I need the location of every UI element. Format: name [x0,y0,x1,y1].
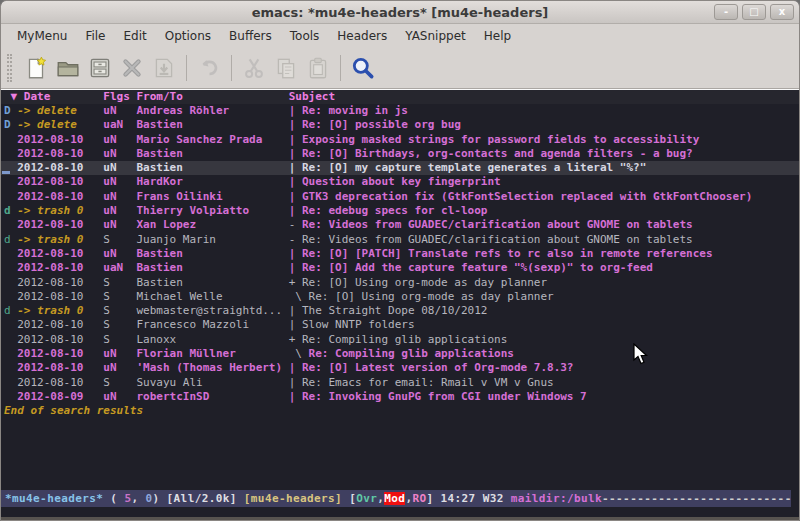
header-row[interactable]: 2012-08-10SLanoxx+Re: Compiling glib app… [1,333,799,347]
row-date: 2012-08-10 [17,290,103,304]
header-row[interactable]: D-> deleteuNAndreas Röhler|Re: moving in… [1,104,799,118]
mu4e-headers-buffer[interactable]: ▼ DateFlgsFrom/ToSubject D-> deleteuNAnd… [1,89,799,490]
window-controls: - □ x [714,4,794,20]
row-from: Thierry Volpiatto [136,204,288,218]
row-subject: Re: Invoking GnuPG from CGI under Window… [302,390,587,403]
column-subject[interactable]: Subject [289,90,335,103]
row-flags: uN [103,204,136,218]
header-row[interactable]: 2012-08-10uN'Mash (Thomas Herbert)|Re: [… [1,361,799,375]
cut-button [238,52,270,84]
toolbar-separator [231,55,232,81]
row-flags: S [103,276,136,290]
row-thread-separator: | [289,361,302,375]
modeline-time: 14:27 W32 [441,492,511,505]
row-mark [4,133,17,147]
row-flags: uN [103,133,136,147]
row-mark [4,361,17,375]
open-folder-icon [55,55,81,81]
modeline-readonly-flag: RO [412,492,426,505]
row-from: webmaster@straightd... [136,304,288,318]
header-row[interactable]: 2012-08-10uNBastien|Re: [O] [PATCH] Tran… [1,247,799,261]
row-thread-separator: + [289,276,302,290]
header-row[interactable]: 2012-08-09uNrobertcInSD|Re: Invoking Gnu… [1,390,799,404]
header-row[interactable]: D-> deleteuaNBastien|Re: [O] possible or… [1,118,799,132]
close-button[interactable]: x [770,4,794,20]
search-button[interactable] [347,52,379,84]
row-from: HardKor [136,175,288,189]
header-row[interactable]: 2012-08-10uNBastien|Re: [O] Birthdays, o… [1,147,799,161]
modeline-text: [ [342,492,356,505]
mouse-cursor [633,343,649,365]
row-from: Bastien [136,161,288,175]
header-row[interactable]: 2012-08-10uNFrans Oilinki|GTK3 deprecati… [1,190,799,204]
new-file-button[interactable] [20,52,52,84]
kill-buffer-button[interactable] [116,52,148,84]
row-subject: Re: [O] my capture template generates a … [302,161,646,174]
paste-icon [305,55,331,81]
header-row[interactable]: 2012-08-10uNMario Sanchez Prada|Exposing… [1,133,799,147]
row-from: Bastien [136,247,288,261]
menu-help[interactable]: Help [476,27,519,45]
titlebar[interactable]: emacs: *mu4e-headers* [mu4e-headers] - □… [1,1,799,24]
header-rows: D-> deleteuNAndreas Röhler|Re: moving in… [1,104,799,404]
row-thread-separator: \ [289,347,302,361]
headers-column-header[interactable]: ▼ DateFlgsFrom/ToSubject [1,90,799,104]
toolbar-drag-handle[interactable] [7,54,12,82]
maximize-button[interactable]: □ [742,4,766,20]
header-row[interactable]: d-> trash 0Swebmaster@straightd...|The S… [1,304,799,318]
row-date: 2012-08-10 [17,361,103,375]
save-drawer-icon [87,55,113,81]
menu-headers[interactable]: Headers [329,27,395,45]
fringe-indicator [2,171,10,174]
row-subject: Re: Emacs for email: Rmail v VM v Gnus [302,376,554,389]
column-flags[interactable]: Flgs [103,90,136,104]
header-row[interactable]: d-> trash 0SJuanjo Marin-Re: Videos from… [1,233,799,247]
header-row[interactable]: 2012-08-10SBastien+Re: [O] Using org-mod… [1,276,799,290]
row-date: -> delete [17,104,103,118]
header-row[interactable]: 2012-08-10uaNBastien|Re: [O] Add the cap… [1,261,799,275]
row-subject: Re: [O] Using org-mode as day planner [302,290,554,303]
header-row[interactable]: 2012-08-10uNHardKor|Question about key f… [1,175,799,189]
menu-edit[interactable]: Edit [116,27,155,45]
open-file-button[interactable] [52,52,84,84]
row-mark [4,376,17,390]
kill-buffer-icon [119,55,145,81]
header-row[interactable]: d-> trash 0uNThierry Volpiatto|Re: edebu… [1,204,799,218]
cut-icon [241,55,267,81]
row-subject: Re: [O] Using org-mode as day planner [302,276,547,289]
column-from-to[interactable]: From/To [136,90,288,104]
modeline-size: [All/2.0k] [167,492,237,505]
menu-file[interactable]: File [77,27,113,45]
row-flags: uN [103,104,136,118]
row-date: 2012-08-10 [17,190,103,204]
toolbar-separator [340,55,341,81]
header-row[interactable]: 2012-08-10uNXan Lopez-Re: Videos from GU… [1,218,799,232]
row-flags: S [103,376,136,390]
row-thread-separator: | [289,147,302,161]
row-mark [4,247,17,261]
row-from: Lanoxx [136,333,288,347]
menu-mymenu[interactable]: MyMenu [9,27,75,45]
row-subject: Question about key fingerprint [302,175,501,188]
row-from: Juanjo Marin [136,233,288,247]
menu-tools[interactable]: Tools [282,27,328,45]
menu-buffers[interactable]: Buffers [221,27,280,45]
header-row[interactable]: 2012-08-10SFrancesco Mazzoli|Slow NNTP f… [1,318,799,332]
save-buffer-button[interactable] [84,52,116,84]
minimize-button[interactable]: - [714,4,738,20]
modeline-maildir: maildir:/bulk [511,492,602,505]
row-thread-separator: | [289,204,302,218]
header-row[interactable]: 2012-08-10SSuvayu Ali|Re: Emacs for emai… [1,376,799,390]
row-date: 2012-08-09 [17,390,103,404]
header-row[interactable]: 2012-08-10SMichael Welle \ Re: [O] Using… [1,290,799,304]
header-row[interactable]: 2012-08-10uNFlorian Müllner \ Re: Compil… [1,347,799,361]
echo-area[interactable] [1,507,799,520]
row-flags: uN [103,175,136,189]
header-row[interactable]: 2012-08-10uNBastien|Re: [O] my capture t… [1,161,799,175]
row-subject: Re: Videos from GUADEC/clarification abo… [302,233,693,246]
menu-yasnippet[interactable]: YASnippet [397,27,474,45]
row-date: -> trash 0 [17,304,103,318]
column-date[interactable]: ▼ Date [11,90,104,104]
menu-options[interactable]: Options [157,27,219,45]
row-subject: GTK3 deprecation fix (GtkFontSelection r… [302,190,752,203]
